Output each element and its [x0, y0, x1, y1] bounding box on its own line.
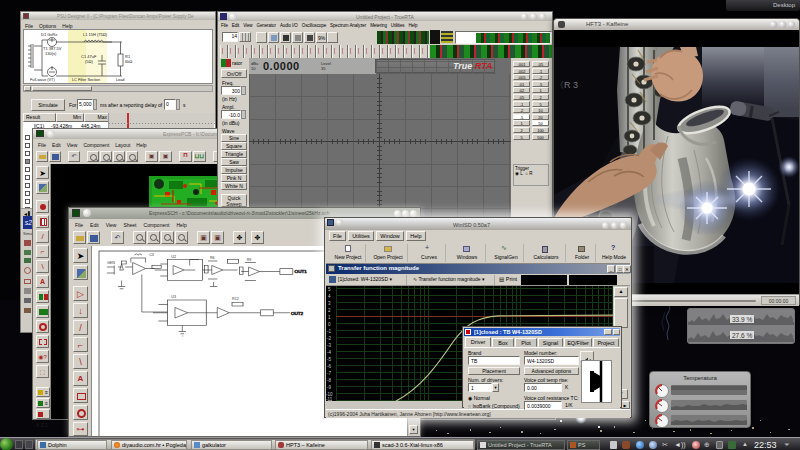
svg-text:LC Filter Section: LC Filter Section	[72, 78, 100, 82]
svg-text:-6: -6	[327, 364, 331, 369]
svg-text:-1: -1	[327, 329, 331, 334]
svg-text:6kΩ: 6kΩ	[125, 59, 132, 64]
svg-text:-2: -2	[327, 336, 331, 341]
svg-text:Load: Load	[116, 78, 124, 82]
svg-text:130(s): 130(s)	[45, 51, 57, 56]
svg-text:R9: R9	[247, 258, 252, 262]
svg-text:D1 GxRx: D1 GxRx	[41, 32, 57, 37]
svg-text:U3: U3	[171, 296, 176, 300]
svg-text:OUT1: OUT1	[295, 269, 308, 273]
svg-text:-8: -8	[327, 378, 331, 383]
svg-text:〈R 3: 〈R 3	[555, 80, 578, 90]
svg-text:R6: R6	[210, 257, 215, 261]
svg-text:R12: R12	[232, 297, 239, 301]
svg-text:-3: -3	[327, 343, 331, 348]
svg-text:OUT2: OUT2	[291, 311, 304, 315]
svg-text:C3: C3	[149, 254, 154, 258]
svg-text:Full-wave (VT): Full-wave (VT)	[30, 78, 55, 82]
svg-text:GEN: GEN	[107, 261, 116, 265]
svg-text:U2: U2	[171, 255, 176, 259]
svg-text:-4: -4	[327, 350, 331, 355]
svg-text:33.9 %: 33.9 %	[732, 316, 752, 323]
svg-text:-9: -9	[327, 385, 331, 390]
svg-text:(5Ω): (5Ω)	[85, 59, 94, 64]
svg-text:L1 15H (75Ω): L1 15H (75Ω)	[83, 32, 108, 37]
svg-text:27.6 %: 27.6 %	[732, 332, 752, 339]
svg-text:-7: -7	[327, 371, 331, 376]
svg-text:-5: -5	[327, 357, 331, 362]
